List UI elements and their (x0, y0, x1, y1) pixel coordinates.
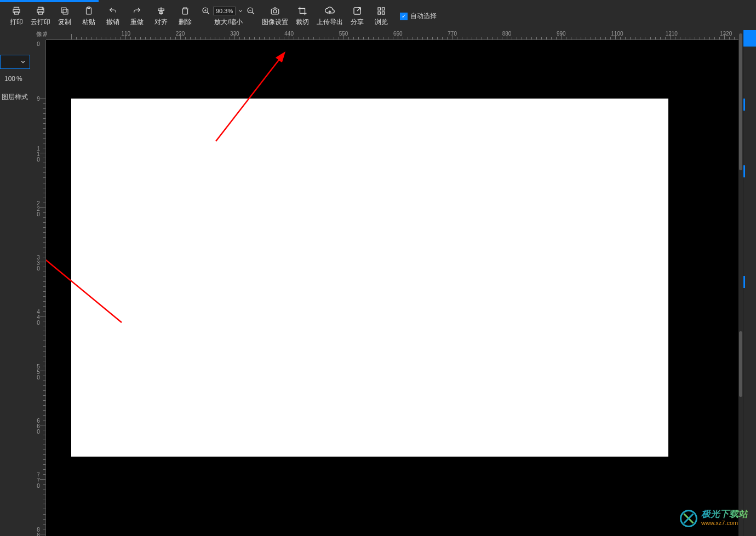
share-label: 分享 (351, 18, 364, 27)
opacity-value: 100 (4, 75, 15, 83)
align-label: 对齐 (154, 18, 168, 27)
image-settings-button[interactable]: 图像设置 (260, 4, 290, 28)
print-icon (11, 5, 22, 16)
svg-rect-27 (378, 12, 381, 15)
checkbox-icon: ✓ (400, 13, 408, 20)
svg-rect-8 (61, 8, 66, 13)
cloud-print-icon (35, 5, 46, 16)
copy-button[interactable]: 复制 (53, 4, 77, 28)
align-icon (156, 5, 167, 16)
delete-icon (180, 5, 191, 16)
delete-label: 删除 (179, 18, 192, 27)
crop-label: 裁切 (296, 18, 309, 27)
watermark: 极光下载站 www.xz7.com (679, 509, 748, 528)
ruler-tick: 330 (35, 255, 42, 272)
browse-label: 浏览 (375, 18, 388, 27)
ruler-tick: 550 (35, 364, 42, 381)
paste-icon (83, 5, 94, 16)
vertical-scrollbar[interactable] (738, 30, 743, 536)
ruler-tick: 770 (35, 472, 42, 489)
zoom-group: 90.3% 放大/缩小 (197, 5, 260, 27)
undo-button[interactable]: 撤销 (101, 4, 125, 28)
panel-marker[interactable] (743, 99, 745, 111)
redo-icon (131, 5, 142, 16)
auto-select-label: 自动选择 (410, 11, 437, 21)
svg-line-20 (252, 12, 254, 14)
right-active-tab[interactable] (743, 30, 756, 47)
chevron-down-icon (20, 59, 26, 65)
browse-button[interactable]: 浏览 (369, 4, 393, 28)
share-button[interactable]: 分享 (345, 4, 369, 28)
left-panel (0, 30, 33, 536)
scroll-thumb[interactable] (739, 33, 742, 170)
zoom-in-icon[interactable] (201, 5, 211, 16)
watermark-url: www.xz7.com (701, 518, 748, 527)
print-label: 打印 (10, 18, 23, 27)
upload-export-button[interactable]: 上传导出 (314, 4, 345, 28)
svg-rect-28 (382, 12, 385, 15)
ruler-tick: 880 (35, 527, 42, 536)
cloud-print-button[interactable]: 云打印 (28, 4, 53, 28)
panel-marker[interactable] (743, 165, 745, 177)
zoom-value-input[interactable]: 90.3% (213, 7, 236, 15)
canvas[interactable] (71, 99, 668, 457)
blend-mode-dropdown[interactable] (0, 55, 30, 69)
zoom-label: 放大/缩小 (214, 18, 242, 27)
svg-point-23 (273, 10, 277, 13)
svg-rect-5 (38, 12, 43, 15)
paste-label: 粘贴 (82, 18, 95, 27)
layer-style-label: 图层样式 (2, 93, 28, 102)
undo-label: 撤销 (106, 18, 119, 27)
paste-button[interactable]: 粘贴 (77, 4, 101, 28)
redo-button[interactable]: 重做 (125, 4, 149, 28)
svg-rect-2 (14, 12, 19, 15)
align-button[interactable]: 对齐 (149, 4, 173, 28)
vertical-ruler[interactable]: 01102203304405506607708809 (35, 40, 46, 536)
grid-icon (376, 5, 387, 16)
svg-rect-26 (382, 8, 385, 10)
right-panel-strip (743, 30, 756, 536)
crop-icon (297, 5, 308, 16)
ruler-tick: 440 (35, 309, 42, 326)
print-button[interactable]: 打印 (4, 4, 28, 28)
copy-label: 复制 (58, 18, 71, 27)
canvas-viewport[interactable] (46, 40, 740, 536)
share-icon (352, 5, 363, 16)
ruler-tick: 9 (35, 96, 42, 102)
auto-select-checkbox[interactable]: ✓ 自动选择 (400, 11, 437, 21)
svg-rect-7 (63, 9, 68, 14)
ruler-tick: 110 (35, 146, 42, 163)
svg-rect-25 (378, 8, 381, 10)
undo-icon (107, 5, 118, 16)
opacity-field[interactable]: 100 % (0, 72, 22, 85)
chevron-down-icon[interactable] (237, 5, 244, 16)
image-settings-label: 图像设置 (262, 18, 288, 27)
opacity-unit: % (16, 75, 22, 83)
svg-line-16 (207, 12, 209, 14)
delete-button[interactable]: 删除 (173, 4, 197, 28)
redo-label: 重做 (130, 18, 144, 27)
watermark-title: 极光下载站 (701, 510, 748, 518)
main-toolbar: 打印 云打印 复制 粘贴 撤销 重做 对齐 (0, 2, 756, 30)
upload-export-label: 上传导出 (317, 18, 343, 27)
scroll-thumb[interactable] (739, 331, 742, 397)
camera-icon (270, 5, 280, 16)
horizontal-ruler[interactable]: 0110220330440550660770880990110012101320 (46, 30, 740, 40)
cloud-print-label: 云打印 (31, 18, 50, 27)
zoom-out-icon[interactable] (245, 5, 256, 16)
crop-button[interactable]: 裁切 (290, 4, 314, 28)
watermark-logo-icon (679, 509, 698, 528)
layer-style-button[interactable]: 图层样式 (0, 90, 28, 103)
ruler-tick: 220 (35, 201, 42, 217)
upload-icon (324, 5, 335, 16)
panel-marker[interactable] (743, 276, 745, 288)
copy-icon (59, 5, 70, 16)
svg-rect-14 (183, 9, 188, 14)
ruler-tick: 660 (35, 418, 42, 435)
